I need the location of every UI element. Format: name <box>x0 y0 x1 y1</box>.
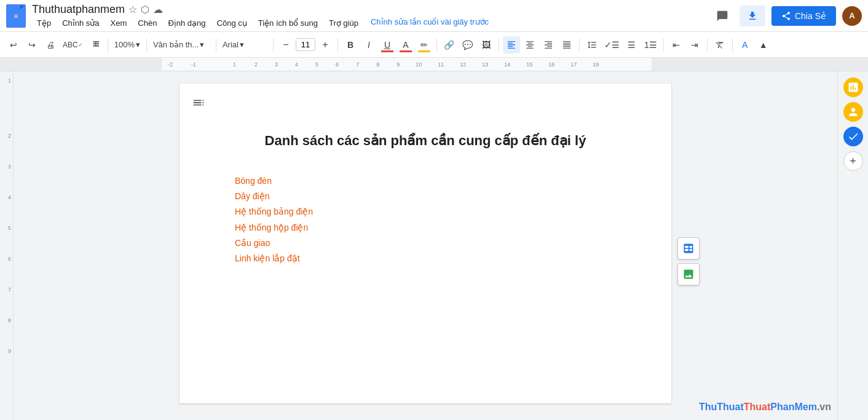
watermark-thu: ThuThuat <box>699 402 744 412</box>
expand-button[interactable]: ▲ <box>755 36 772 53</box>
page-num-7: 7 <box>8 287 11 293</box>
spellcheck-button[interactable]: ABC✓ <box>60 36 85 53</box>
add-plugin-button[interactable]: + <box>843 151 863 171</box>
star-icon[interactable]: ☆ <box>128 4 137 15</box>
user-avatar[interactable]: A <box>842 6 862 26</box>
image-button[interactable]: 🖼 <box>478 36 495 53</box>
page-num-8: 8 <box>8 317 11 323</box>
page-content: Danh sách các sản phẩm cần cung cấp đến … <box>235 133 616 266</box>
list-item: Linh kiện lắp đặt <box>235 251 616 266</box>
menu-chinh-sua[interactable]: Chỉnh sửa <box>57 17 104 29</box>
comments-icon[interactable] <box>711 5 733 27</box>
checklist-button[interactable]: ✓☰ <box>602 36 622 53</box>
divider-7 <box>499 38 499 52</box>
upload-button[interactable] <box>740 6 765 26</box>
tasks-icon[interactable] <box>843 127 863 146</box>
contacts-icon[interactable] <box>843 102 863 122</box>
undo-button[interactable]: ↩ <box>5 36 22 53</box>
text-color-indicator <box>400 50 412 52</box>
add-table-button[interactable] <box>677 237 700 260</box>
divider-11 <box>732 38 733 52</box>
page-num-6: 6 <box>8 256 11 262</box>
divider-4 <box>273 38 274 52</box>
cloud-icon[interactable]: ☁ <box>153 4 163 15</box>
sheets-icon[interactable] <box>843 77 863 97</box>
page-num-9: 9 <box>8 348 11 354</box>
last-edit-label[interactable]: Chỉnh sửa lần cuối vài giây trước <box>371 17 489 29</box>
main-area: 1 2 3 4 5 6 7 8 9 Danh sách các sản phẩm… <box>0 71 868 420</box>
add-image-button[interactable] <box>677 263 700 285</box>
decrease-indent-button[interactable]: ⇤ <box>668 36 685 53</box>
list-item: Bóng đèn <box>235 173 616 189</box>
divider-9 <box>663 38 664 52</box>
align-center-button[interactable] <box>521 36 539 53</box>
page-num-4: 4 <box>8 194 11 200</box>
toolbar: ↩ ↪ 🖨 ABC✓ 100% ▾ Văn bản th... ▾ Arial … <box>0 32 868 58</box>
align-right-button[interactable] <box>540 36 557 53</box>
italic-button[interactable]: I <box>360 36 377 53</box>
comment-button[interactable]: 💬 <box>459 36 476 53</box>
text-color-button[interactable]: A <box>397 36 414 53</box>
share-button[interactable]: Chia Sẻ <box>771 6 836 26</box>
text-style-button[interactable]: A <box>736 36 754 53</box>
left-gutter: 1 2 3 4 5 6 7 8 9 <box>0 71 14 420</box>
style-select[interactable]: Văn bản th... ▾ <box>151 39 212 50</box>
increase-indent-button[interactable]: ⇥ <box>686 36 703 53</box>
page-num-3: 3 <box>8 164 11 170</box>
menu-chen[interactable]: Chèn <box>133 17 162 29</box>
divider-2 <box>146 38 147 52</box>
print-button[interactable]: 🖨 <box>42 36 59 53</box>
highlight-button[interactable]: ✏ <box>416 36 433 53</box>
menu-tro-giup[interactable]: Trợ giúp <box>324 17 363 29</box>
underline-button[interactable]: U <box>379 36 396 53</box>
page-num-2: 2 <box>8 133 11 139</box>
doc-title: Thuthuatphanmem <box>32 3 125 16</box>
watermark-thuat: Thuat <box>744 402 771 412</box>
ordered-list-button[interactable]: 1☰ <box>642 36 660 53</box>
font-select[interactable]: Arial ▾ <box>220 39 269 50</box>
doc-title-area: Thuthuatphanmem ☆ ⬡ ☁ Tệp Chỉnh sửa Xem … <box>32 3 711 29</box>
doc-area: Danh sách các sản phẩm cần cung cấp đến … <box>14 71 837 420</box>
watermark-vn: .vn <box>817 402 831 412</box>
watermark-phanmem: PhanMem <box>770 402 817 412</box>
unordered-list-button[interactable]: ☰ <box>623 36 641 53</box>
outline-icon[interactable] <box>192 96 205 111</box>
align-justify-button[interactable] <box>558 36 575 53</box>
zoom-select[interactable]: 100% ▾ <box>112 39 143 50</box>
align-left-button[interactable] <box>503 36 520 53</box>
menu-bar: Tệp Chỉnh sửa Xem Chèn Định dạng Công cụ… <box>32 17 711 29</box>
divider-3 <box>216 38 216 52</box>
clear-format-button[interactable] <box>711 36 728 53</box>
font-size-decrease[interactable]: − <box>277 36 294 53</box>
titlebar: ≡ Thuthuatphanmem ☆ ⬡ ☁ Tệp Chỉnh sửa Xe… <box>0 0 868 32</box>
divider-8 <box>579 38 580 52</box>
move-icon[interactable]: ⬡ <box>141 4 149 15</box>
link-button[interactable]: 🔗 <box>441 36 458 53</box>
divider-10 <box>707 38 708 52</box>
doc-icon: ≡ <box>6 4 26 28</box>
share-label: Chia Sẻ <box>795 11 826 21</box>
page-num-5: 5 <box>8 225 11 231</box>
document-title: Danh sách các sản phẩm cần cung cấp đến … <box>235 133 616 149</box>
bold-button[interactable]: B <box>342 36 359 53</box>
font-size-input[interactable] <box>296 38 315 51</box>
menu-xem[interactable]: Xem <box>106 17 132 29</box>
redo-button[interactable]: ↪ <box>23 36 41 53</box>
page-num-1: 1 <box>8 77 11 84</box>
paint-format-button[interactable] <box>87 36 104 53</box>
font-size-increase[interactable]: + <box>317 36 334 53</box>
list-item: Hệ thống bảng điện <box>235 204 616 220</box>
menu-tep[interactable]: Tệp <box>32 17 56 29</box>
menu-dinh-dang[interactable]: Định dạng <box>163 17 210 29</box>
menu-tien-ich[interactable]: Tiện ích bổ sung <box>253 17 323 29</box>
header-right: Chia Sẻ A <box>711 5 862 27</box>
list-item: Dây điện <box>235 189 616 204</box>
menu-cong-cu[interactable]: Công cụ <box>212 17 252 29</box>
ruler-marks: -2 -1 1 2 3 4 5 6 7 8 9 10 11 12 13 14 1… <box>162 58 868 71</box>
product-list: Bóng đèn Dây điện Hệ thống bảng điện Hệ … <box>235 173 616 266</box>
document-page: Danh sách các sản phẩm cần cung cấp đến … <box>180 84 671 403</box>
line-spacing-button[interactable] <box>583 36 601 53</box>
list-item: Hệ thống hộp điện <box>235 220 616 236</box>
divider-6 <box>436 38 437 52</box>
right-sidebar: + <box>837 71 868 420</box>
